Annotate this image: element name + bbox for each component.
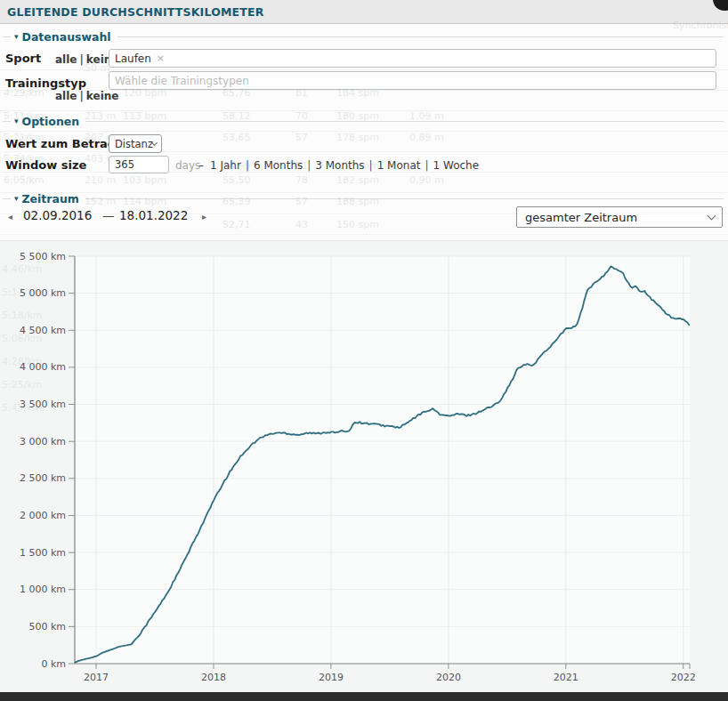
svg-text:2019: 2019 [319,672,344,683]
rule-left [3,198,11,199]
svg-text:4 500 km: 4 500 km [20,325,66,336]
rule-left [3,121,11,122]
chevron-down-icon [151,139,158,145]
ghost-text: 0,90 m [409,174,444,186]
pipe-separator: | [420,159,433,172]
trainingstyp-alle-link[interactable]: alle [55,90,77,102]
wert-select-value: Distanz [115,138,153,150]
ghost-text: 55,50 [222,174,251,186]
svg-text:5 500 km: 5 500 km [20,251,66,262]
date-next-icon[interactable]: ▸ [202,212,206,222]
section-toggle-zeitraum[interactable]: ▾ Zeitraum [3,192,724,205]
trainingstyp-alle-keine: alle|keine [55,90,118,102]
preset-link-1-jahr[interactable]: 1 Jahr [210,159,241,172]
ghost-text: 78 [295,174,308,186]
ghost-row-line [0,131,728,132]
window-size-label: Window size [5,158,86,172]
ghost-text: 0,89 m [409,132,444,143]
trainingstyp-label: Trainingstyp [5,77,86,90]
pipe-separator: | [365,159,377,172]
rule-right [117,36,724,37]
window-size-input[interactable]: 365 [109,156,169,173]
preset-link-1-woche[interactable]: 1 Woche [433,159,480,172]
svg-text:500 km: 500 km [28,621,66,633]
trainingstyp-keine-link[interactable]: keine [86,90,119,102]
svg-text:1 000 km: 1 000 km [20,584,66,595]
chart-region: 0 km500 km1 000 km1 500 km2 000 km2 500 … [0,240,728,692]
svg-text:1 500 km: 1 500 km [20,547,66,559]
ghost-text: 150 spm [336,219,379,230]
zeitraum-range-select[interactable]: gesamter Zeitraum [516,206,723,228]
rule-right [85,198,724,199]
window-presets: 1 Jahr|6 Months|3 Months|1 Monat|1 Woche [210,159,479,172]
svg-text:2017: 2017 [84,672,109,683]
collapse-triangle-icon: ▾ [14,195,19,203]
panel-title-bar: GLEITENDE DURCHSCHNITTSKILOMETER [0,0,728,24]
date-range-separator: — [102,208,115,222]
svg-text:2 000 km: 2 000 km [20,510,66,521]
pipe-separator: | [241,159,254,172]
svg-text:4 000 km: 4 000 km [20,361,66,373]
preset-link-1-monat[interactable]: 1 Monat [377,159,421,172]
trainingstyp-input[interactable]: Wähle die Trainingstypen [109,71,716,90]
collapse-triangle-icon: ▾ [14,117,19,125]
ghost-row-line [0,69,728,70]
svg-text:2020: 2020 [436,672,461,683]
rolling-average-panel: GLEITENDE DURCHSCHNITTSKILOMETER ▾ Daten… [0,0,728,701]
trainingstyp-placeholder: Wähle die Trainingstypen [115,75,249,87]
svg-text:3 000 km: 3 000 km [20,436,66,447]
ghost-text: 52,71 [222,219,251,230]
sport-tag-input[interactable]: Laufen × [109,49,716,68]
ghost-text: 43 [295,219,308,230]
svg-text:2022: 2022 [671,672,696,683]
ghost-text: 53,65 [222,132,251,143]
rolling-average-line-chart: 0 km500 km1 000 km1 500 km2 000 km2 500 … [0,241,728,693]
ghost-text: 6:05/km [4,174,44,186]
pipe-separator: | [77,53,85,66]
ghost-row-line [0,234,728,235]
svg-text:5 000 km: 5 000 km [20,287,66,299]
rule-right [85,121,724,122]
chevron-down-icon [708,212,716,221]
preset-link-6-months[interactable]: 6 Months [254,159,303,172]
pipe-separator: | [303,159,315,172]
section-toggle-optionen[interactable]: ▾ Optionen [3,115,724,128]
section-toggle-datenauswahl[interactable]: ▾ Datenauswahl [3,30,724,44]
dash-separator: – [198,159,204,172]
bottom-dark-bar [0,692,728,701]
date-prev-icon[interactable]: ◂ [8,212,12,222]
date-range-end[interactable]: 18.01.2022 [119,208,188,222]
window-size-value: 365 [115,158,134,171]
section-label-optionen: Optionen [22,115,80,128]
ghost-row-line [0,110,728,111]
svg-text:3 500 km: 3 500 km [20,399,66,410]
sport-alle-link[interactable]: alle [55,53,77,66]
svg-text:2018: 2018 [201,672,226,683]
ghost-text: 57 [295,132,308,143]
svg-text:2021: 2021 [554,672,578,683]
ghost-text: 210 m [85,174,116,186]
section-label-zeitraum: Zeitraum [22,192,79,205]
panel-title: GLEITENDE DURCHSCHNITTSKILOMETER [7,5,264,19]
collapse-triangle-icon: ▾ [14,33,19,41]
window-size-unit: days [175,159,200,172]
svg-text:2 500 km: 2 500 km [20,472,66,484]
svg-text:0 km: 0 km [41,658,66,670]
ghost-text: 103 bpm [123,174,166,186]
remove-tag-icon[interactable]: × [157,52,165,64]
pipe-separator: | [77,90,85,102]
sport-selected-tag: Laufen [115,52,151,65]
zeitraum-range-value: gesamter Zeitraum [525,211,637,224]
section-label-datenauswahl: Datenauswahl [22,30,111,44]
rule-left [3,36,11,37]
preset-link-3-months[interactable]: 3 Months [315,159,364,172]
date-range-start[interactable]: 02.09.2016 [23,208,92,222]
wert-select[interactable]: Distanz [109,134,162,153]
sport-label: Sport [5,52,41,65]
ghost-text: 178 spm [336,132,379,143]
ghost-text: 182 spm [336,174,379,186]
